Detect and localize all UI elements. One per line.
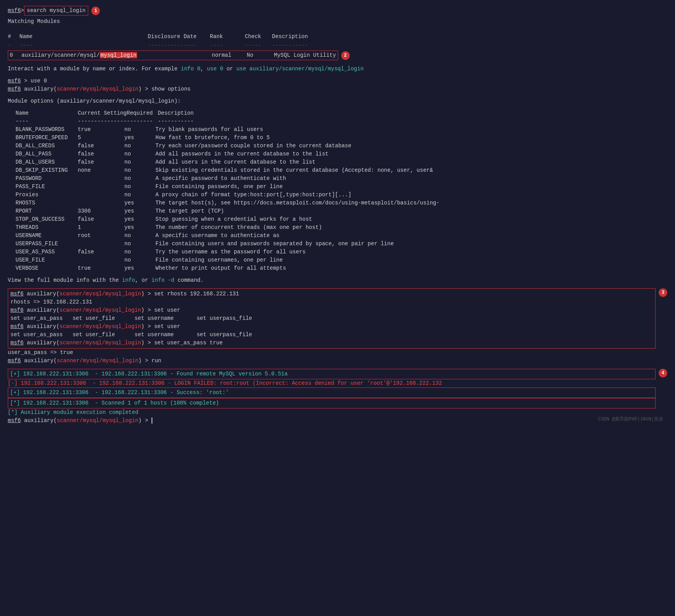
col-desc-header: Description (272, 33, 308, 41)
output-line-5: [*] Auxiliary module execution completed (8, 408, 656, 417)
prompt-final: msf6 (8, 417, 21, 425)
opt-bruteforce-speed: BRUTEFORCE_SPEED 5 yes How fast to brute… (8, 134, 667, 142)
row-check: No (247, 51, 274, 59)
row-desc: MySQL Login Utility (274, 51, 336, 59)
opt-user-as-pass: USER_AS_PASS false no Try the username a… (8, 248, 667, 256)
prompt-set1: msf6 (10, 290, 24, 298)
rhosts-result: rhosts => 192.168.222.131 (10, 298, 653, 306)
terminal: msf6 > search mysql_login 1 Matching Mod… (6, 4, 669, 427)
options-table: BLANK_PASSWORDS true no Try blank passwo… (8, 126, 667, 272)
cursor (152, 417, 155, 424)
opt-blank-passwords: BLANK_PASSWORDS true no Try blank passwo… (8, 126, 667, 134)
opt-threads: THREADS 1 yes The number of concurrent t… (8, 223, 667, 232)
col-check-header: Check (245, 33, 272, 41)
opt-pass-file: PASS_FILE no File containing passwords, … (8, 183, 667, 191)
output-line-4: [*] 192.168.222.131:3306 - Scanned 1 of … (8, 398, 656, 408)
opt-db-all-pass: DB_ALL_PASS false no Add all passwords i… (8, 150, 667, 158)
prompt-msf6-2: msf6 (8, 77, 21, 85)
row-num: 0 (10, 51, 21, 59)
view-info-line: View the full module info with the info,… (8, 276, 667, 284)
col-hash-header: # (8, 33, 19, 41)
module-row-box: 0 auxiliary/scanner/mysql/mysql_login no… (8, 51, 338, 60)
interact-line: Interact with a module by name or index.… (8, 65, 667, 73)
use-0-link: use 0 (207, 65, 223, 73)
row-name: auxiliary/scanner/mysql/mysql_login (21, 51, 150, 59)
set-rhosts-cmd: msf6 auxiliary(scanner/mysql/mysql_login… (10, 290, 653, 298)
top-command-line: msf6 > search mysql_login 1 (8, 6, 667, 16)
opt-db-all-users: DB_ALL_USERS false no Add all users in t… (8, 158, 667, 166)
prompt-run: msf6 (8, 357, 21, 365)
opt-password: PASSWORD no A specific password to authe… (8, 175, 667, 183)
row-rank: normal (212, 51, 247, 59)
output-line-2: [-] 192.168.222.131:3306 - 192.168.222.1… (8, 379, 656, 387)
options-separator: ---- --------------- -------- ----------… (8, 117, 667, 126)
opt-rhosts: RHOSTS yes The target host(s), see https… (8, 199, 667, 207)
search-command-box: search mysql_login (24, 6, 88, 16)
run-command-line: msf6 auxiliary(scanner/mysql/mysql_login… (8, 357, 667, 365)
set-user-cmd2: msf6 auxiliary(scanner/mysql/mysql_login… (10, 323, 653, 331)
info-link: info (122, 276, 135, 284)
use-full-link: use auxiliary/scanner/mysql/mysql_login (236, 65, 364, 73)
badge-4: 4 (659, 369, 667, 377)
table-row-0: 0 auxiliary/scanner/mysql/mysql_login no… (8, 51, 667, 60)
col-name-header: Name (19, 33, 148, 41)
module-name-highlight: mysql_login (100, 52, 137, 58)
output-line-3: [+] 192.168.222.131:3306 - 192.168.222.1… (8, 387, 656, 398)
set-user-autocomplete2: set user_as_pass set user_file set usern… (10, 331, 653, 339)
set-commands-box: msf6 auxiliary(scanner/mysql/mysql_login… (8, 288, 656, 349)
row-date (150, 51, 212, 59)
options-header: Name Current Setting Required Descriptio… (8, 109, 667, 117)
output-lines-box: [+] 192.168.222.131:3306 - 192.168.222.1… (8, 369, 656, 417)
watermark: CSDN @黄乔国PHP|JAVA|安全 (598, 416, 663, 423)
opt-rport: RPORT 3306 yes The target port (TCP) (8, 207, 667, 215)
opt-user-file: USER_FILE no File containing usernames, … (8, 256, 667, 264)
set-user-cmd1: msf6 auxiliary(scanner/mysql/mysql_login… (10, 306, 653, 314)
badge-2: 2 (341, 51, 350, 60)
module-name-red: scanner/mysql/mysql_login (57, 85, 138, 93)
prompt-set3: msf6 (10, 323, 24, 331)
set-user-autocomplete1: set user_as_pass set user_file set usern… (10, 314, 653, 323)
show-options-line: msf6 auxiliary(scanner/mysql/mysql_login… (8, 85, 667, 93)
output-line-1: [+] 192.168.222.131:3306 - 192.168.222.1… (8, 369, 656, 379)
opt-userpass-file: USERPASS_FILE no File containing users a… (8, 240, 667, 248)
badge-1: 1 (91, 7, 100, 15)
col-date-header: Disclosure Date (148, 33, 210, 41)
set-commands-section: msf6 auxiliary(scanner/mysql/mysql_login… (8, 288, 667, 349)
opt-stop-on-success: STOP_ON_SUCCESS false yes Stop guessing … (8, 215, 667, 223)
info-d-link: info -d (152, 276, 174, 284)
opt-db-all-creds: DB_ALL_CREDS false no Try each user/pass… (8, 142, 667, 150)
info-0-link: info 0 (181, 65, 200, 73)
final-prompt-line: msf6 auxiliary(scanner/mysql/mysql_login… (8, 417, 667, 425)
opt-proxies: Proxies no A proxy chain of format type:… (8, 191, 667, 199)
opt-username: USERNAME root no A specific username to … (8, 232, 667, 240)
output-section: [+] 192.168.222.131:3306 - 192.168.222.1… (8, 369, 667, 417)
use-command-line: msf6 > use 0 (8, 77, 667, 85)
prompt-set4: msf6 (10, 339, 24, 347)
prompt-msf6-3: msf6 (8, 85, 21, 93)
prompt-set2: msf6 (10, 306, 24, 314)
prompt-gt: > (21, 7, 24, 15)
badge-3: 3 (659, 288, 667, 297)
table-separator: - ---- --------------- ---- ----- ------… (8, 42, 667, 50)
user-as-pass-result: user_as_pass => true (8, 349, 667, 357)
opt-verbose: VERBOSE true yes Whether to print output… (8, 264, 667, 272)
module-options-title: Module options (auxiliary/scanner/mysql/… (8, 97, 667, 105)
prompt-msf6: msf6 (8, 7, 21, 15)
col-rank-header: Rank (210, 33, 245, 41)
opt-db-skip-existing: DB_SKIP_EXISTING none no Skip existing c… (8, 166, 667, 175)
set-user-as-pass-cmd: msf6 auxiliary(scanner/mysql/mysql_login… (10, 339, 653, 347)
matching-modules-label: Matching Modules (8, 17, 667, 26)
table-header-row: # Name Disclosure Date Rank Check Descri… (8, 33, 667, 41)
